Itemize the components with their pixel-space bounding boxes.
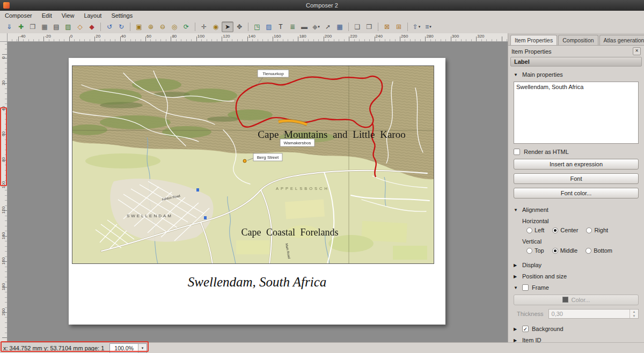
- spinner-arrows: ▲ ▼: [630, 310, 638, 318]
- lock-items-button[interactable]: ⊠: [381, 21, 393, 32]
- composer-manager-icon: ▦: [41, 22, 47, 32]
- composer-manager-button[interactable]: ▦: [39, 21, 50, 32]
- hruler-label--40: -40: [19, 34, 26, 39]
- print-button[interactable]: ▤: [50, 21, 62, 32]
- window-titlebar[interactable]: Composer 2: [0, 0, 644, 11]
- raise-items-button[interactable]: ⇧▾: [411, 21, 422, 32]
- save-project-button[interactable]: ⇓: [3, 21, 15, 32]
- insert-expression-button[interactable]: Insert an expression: [514, 159, 639, 170]
- zoom-tool-button[interactable]: ◉: [210, 21, 222, 32]
- zoom-in-icon: ⊕: [148, 22, 153, 32]
- hruler-label-320: 320: [477, 34, 484, 39]
- zoom-dropdown-arrow[interactable]: ▾: [138, 344, 147, 352]
- add-legend-button[interactable]: ≣: [287, 21, 298, 32]
- tab-item-properties[interactable]: Item Properties: [510, 35, 557, 45]
- section-display[interactable]: ▶ Display: [514, 262, 639, 268]
- radio-left[interactable]: Left: [526, 227, 544, 233]
- section-background[interactable]: ▶ ✓ Background: [514, 326, 639, 332]
- menu-bar: Composer Edit View Layout Settings: [0, 11, 644, 21]
- zoom-combobox[interactable]: 100.0% ▾: [109, 343, 147, 353]
- raise-items-dropdown-arrow[interactable]: ▾: [419, 25, 421, 29]
- radio-label: Middle: [560, 247, 577, 254]
- section-alignment[interactable]: ▼ Alignment: [514, 207, 639, 213]
- refresh-view-button[interactable]: ⟳: [180, 21, 192, 32]
- add-shape-button[interactable]: ◆▾: [310, 21, 322, 32]
- radio-top[interactable]: Top: [526, 247, 544, 254]
- zoom-full-button[interactable]: ▣: [133, 21, 145, 32]
- zoom-value[interactable]: 100.0%: [110, 345, 138, 351]
- section-title-background: Background: [532, 326, 564, 332]
- section-frame[interactable]: ▼ Frame: [514, 284, 639, 291]
- hruler-label-40: 40: [121, 34, 126, 39]
- menu-edit[interactable]: Edit: [37, 12, 57, 19]
- export-as-pdf-button[interactable]: ◆: [86, 21, 98, 32]
- callout-text: Tienuurkop: [262, 71, 284, 76]
- zoom-in-button[interactable]: ⊕: [145, 21, 157, 32]
- unlock-items-button[interactable]: ⊞: [393, 21, 405, 32]
- align-items-dropdown-arrow[interactable]: ▾: [429, 25, 431, 29]
- panel-tabs: Item Properties Composition Atlas genera…: [508, 33, 644, 46]
- zoom-out-button[interactable]: ⊖: [157, 21, 169, 32]
- tab-atlas-generation[interactable]: Atlas generation: [599, 35, 644, 45]
- render-html-checkbox[interactable]: [514, 149, 520, 155]
- add-scalebar-button[interactable]: ▬: [298, 21, 310, 32]
- hruler-label-100: 100: [197, 34, 204, 39]
- export-as-svg-button[interactable]: ◇: [74, 21, 86, 32]
- menu-settings[interactable]: Settings: [106, 12, 137, 19]
- workspace: -40-200204060801001201401601802002202402…: [0, 33, 508, 342]
- render-html-row[interactable]: Render as HTML: [514, 149, 639, 155]
- redo-button[interactable]: ↻: [115, 21, 127, 32]
- radio-label: Right: [594, 227, 608, 233]
- label-text-input[interactable]: Swellendam, South Africa: [514, 82, 639, 144]
- pan-button[interactable]: ✛: [198, 21, 210, 32]
- align-items-button[interactable]: ≡▾: [422, 21, 434, 32]
- menu-composer[interactable]: Composer: [0, 12, 37, 19]
- export-as-image-button[interactable]: ▨: [62, 21, 74, 32]
- font-button[interactable]: Font: [514, 173, 639, 184]
- add-image-button[interactable]: ▨: [263, 21, 275, 32]
- map-item[interactable]: SWELLENDAM Ashton Road Main Road APPELSB…: [72, 65, 434, 264]
- hruler-label-140: 140: [248, 34, 255, 39]
- hruler-label-200: 200: [325, 34, 332, 39]
- render-html-label: Render as HTML: [524, 149, 569, 155]
- background-checkbox[interactable]: ✓: [522, 326, 529, 332]
- new-composition-button[interactable]: ✚: [15, 21, 27, 32]
- vruler-label-80: 80: [1, 155, 6, 164]
- duplicate-composition-button[interactable]: ❐: [27, 21, 39, 32]
- composer-window: Composer 2 Composer Edit View Layout Set…: [0, 0, 644, 353]
- select-move-item-button[interactable]: ➤: [222, 21, 233, 32]
- ungroup-items-button[interactable]: ❒: [363, 21, 375, 32]
- add-arrow-button[interactable]: ➚: [322, 21, 334, 32]
- panel-body: ▼ Main properties Swellendam, South Afri…: [508, 67, 644, 353]
- composition-canvas[interactable]: SWELLENDAM Ashton Road Main Road APPELSB…: [8, 42, 508, 342]
- radio-center[interactable]: Center: [552, 227, 578, 233]
- add-attribute-table-button[interactable]: ▦: [334, 21, 346, 32]
- add-shape-dropdown-arrow[interactable]: ▾: [318, 25, 320, 29]
- add-label-button[interactable]: T: [275, 21, 287, 32]
- panel-close-icon[interactable]: ✕: [633, 47, 641, 55]
- radio-middle[interactable]: Middle: [552, 247, 577, 254]
- move-item-content-button[interactable]: ✥: [233, 21, 245, 32]
- menu-layout[interactable]: Layout: [79, 12, 106, 19]
- tab-composition[interactable]: Composition: [558, 35, 598, 45]
- vruler-label-100: 100: [1, 180, 6, 190]
- color-swatch: [562, 297, 568, 303]
- font-color-button[interactable]: Font color...: [514, 188, 639, 198]
- undo-button[interactable]: ↺: [104, 21, 115, 32]
- radio-right[interactable]: Right: [586, 227, 608, 233]
- add-new-map-button[interactable]: ◳: [251, 21, 263, 32]
- section-position-size[interactable]: ▶ Position and size: [514, 273, 639, 280]
- hruler-label-80: 80: [172, 34, 177, 39]
- composition-page[interactable]: SWELLENDAM Ashton Road Main Road APPELSB…: [69, 58, 445, 325]
- page-title-label[interactable]: Swellendam, South Africa: [69, 275, 445, 290]
- region-label-karoo: Cape Mountains and Little Karoo: [258, 129, 405, 140]
- frame-checkbox[interactable]: [522, 284, 529, 291]
- map-frame[interactable]: SWELLENDAM Ashton Road Main Road APPELSB…: [72, 65, 434, 264]
- map-marker-blue-1: [196, 188, 199, 192]
- pan-icon: ✛: [201, 22, 207, 32]
- menu-view[interactable]: View: [57, 12, 79, 19]
- section-main-properties[interactable]: ▼ Main properties: [514, 71, 639, 78]
- group-items-button[interactable]: ❑: [352, 21, 363, 32]
- radio-bottom[interactable]: Bottom: [586, 247, 612, 254]
- zoom-actual-button[interactable]: ◎: [169, 21, 180, 32]
